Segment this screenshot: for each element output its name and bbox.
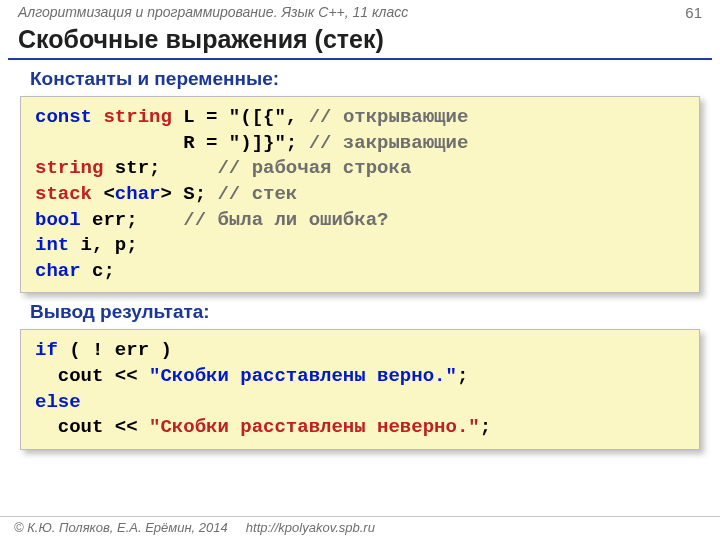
section-consts: Константы и переменные: xyxy=(0,60,720,96)
kw-else: else xyxy=(35,391,81,413)
code-text: ; xyxy=(480,416,491,438)
course-label: Алгоритмизация и программирование. Язык … xyxy=(18,4,408,21)
code-text: < xyxy=(92,183,115,205)
header-strip: Алгоритмизация и программирование. Язык … xyxy=(0,0,720,23)
code-constants: const string L = "([{", // открывающие R… xyxy=(20,96,700,293)
kw-const: const xyxy=(35,106,103,128)
code-text: ; xyxy=(457,365,468,387)
code-text: ( ! err ) xyxy=(58,339,172,361)
code-text: cout << xyxy=(35,365,149,387)
kw-char: char xyxy=(115,183,161,205)
string-literal-error: "Скобки расставлены неверно." xyxy=(149,416,480,438)
footer: © К.Ю. Поляков, Е.А. Ерёмин, 2014 http:/… xyxy=(0,516,720,540)
comment: // была ли ошибка? xyxy=(183,209,388,231)
code-text: c; xyxy=(92,260,115,282)
code-text: i, p; xyxy=(81,234,138,256)
code-text: > S; xyxy=(160,183,217,205)
page-number: 61 xyxy=(685,4,702,21)
footer-url: http://kpolyakov.spb.ru xyxy=(246,520,375,535)
kw-string: string xyxy=(35,157,115,179)
footer-authors: © К.Ю. Поляков, Е.А. Ерёмин, 2014 xyxy=(14,520,228,535)
code-text: R = ")]}"; xyxy=(35,132,309,154)
comment: // открывающие xyxy=(309,106,469,128)
string-literal: "Скобки расставлены верно." xyxy=(149,365,457,387)
kw-if: if xyxy=(35,339,58,361)
code-text: L = "([{", xyxy=(183,106,308,128)
comment: // закрывающие xyxy=(309,132,469,154)
comment: // стек xyxy=(217,183,297,205)
kw-int: int xyxy=(35,234,81,256)
code-text: err; xyxy=(92,209,183,231)
code-output: if ( ! err ) cout << "Скобки расставлены… xyxy=(20,329,700,450)
kw-stack: stack xyxy=(35,183,92,205)
kw-string: string xyxy=(103,106,183,128)
slide-title: Скобочные выражения (стек) xyxy=(0,23,720,58)
kw-bool: bool xyxy=(35,209,92,231)
comment: // рабочая строка xyxy=(217,157,411,179)
kw-char: char xyxy=(35,260,92,282)
section-output: Вывод результата: xyxy=(0,293,720,329)
code-text: str; xyxy=(115,157,218,179)
code-text: cout << xyxy=(35,416,149,438)
